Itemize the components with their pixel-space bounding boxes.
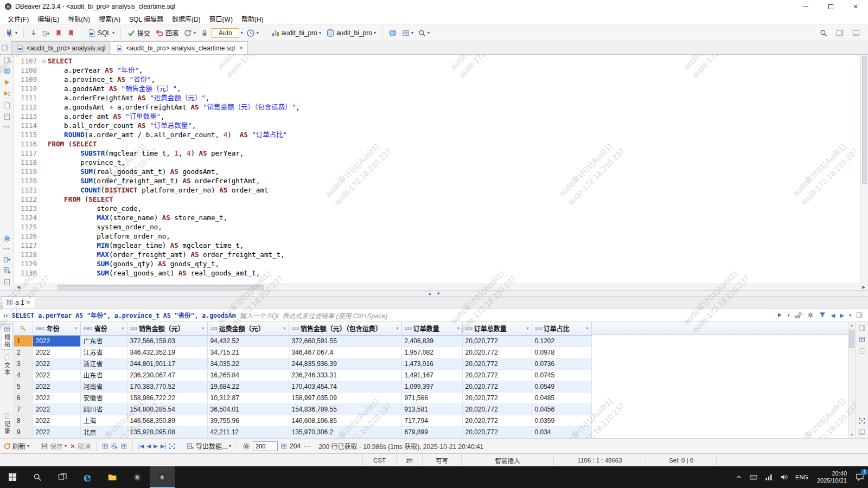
grid-cell[interactable]: 372,660,591.55: [289, 335, 401, 346]
erase-filter-button[interactable]: [795, 311, 802, 319]
row-number[interactable]: 3: [14, 358, 33, 369]
code-text[interactable]: a.goodsAmt + a.orderFreightAmt AS "销售金额（…: [48, 102, 300, 112]
filter-settings-button[interactable]: [807, 312, 814, 318]
edge-button[interactable]: e: [75, 466, 100, 488]
sql-editor[interactable]: 1107⊖SELECT1108 a.perYear AS "年份",1109 a…: [14, 55, 868, 290]
menu-item-edit[interactable]: 编辑(E): [33, 13, 63, 24]
auto-refresh-button[interactable]: ▾: [245, 28, 260, 38]
menu-item-file[interactable]: 文件(F): [3, 13, 33, 24]
overflow-icon[interactable]: ···: [303, 442, 311, 450]
column-header[interactable]: ABC年份▾: [33, 322, 80, 335]
restore-panes-button[interactable]: [2, 44, 8, 51]
grid-cell[interactable]: 0.0359: [532, 415, 591, 426]
grid-cell[interactable]: 679,899: [401, 426, 462, 438]
arrow-down-button[interactable]: [28, 28, 39, 38]
grid-cell[interactable]: 971,566: [401, 392, 462, 403]
code-text[interactable]: FROM (SELECT: [48, 195, 113, 204]
menu-item-navigate[interactable]: 导航(N): [63, 13, 94, 24]
code-text[interactable]: SELECT: [48, 56, 72, 66]
row-number[interactable]: 6: [14, 392, 33, 403]
code-text[interactable]: a.order_amt AS "订单数量",: [48, 112, 165, 121]
grid-cell[interactable]: 2022: [33, 381, 80, 392]
quick-search-button[interactable]: [818, 28, 829, 38]
editor-tab[interactable]: <audit_bi_pro> analysis_cleartime.sql×: [111, 41, 248, 54]
maximize-button[interactable]: [818, 0, 843, 13]
grid-cell[interactable]: 1,473,016: [401, 358, 462, 369]
grid-cell[interactable]: 154,800,285.54: [127, 403, 207, 415]
column-filter-icon[interactable]: ▾: [202, 326, 204, 331]
grid-cell[interactable]: 河南省: [80, 381, 127, 392]
grid-cell[interactable]: 913,581: [401, 403, 462, 415]
grid-cell[interactable]: 0.0485: [532, 392, 591, 403]
grid-cell[interactable]: 1,957,082: [401, 346, 462, 358]
touch-keyboard-button[interactable]: [746, 466, 761, 488]
grid-settings-button[interactable]: [242, 442, 250, 450]
import-button[interactable]: [3, 267, 11, 274]
editor-results-splitter[interactable]: ▲ ▼: [0, 290, 868, 297]
grid-cell[interactable]: 江苏省: [80, 346, 127, 358]
grid-cell[interactable]: 2,406,839: [401, 335, 462, 346]
add-row-button[interactable]: [102, 443, 108, 450]
grid-cell[interactable]: 20,020,772: [462, 426, 532, 438]
grid-cell[interactable]: 34,035.22: [207, 358, 289, 369]
record-view-tab[interactable]: 记录: [2, 412, 12, 436]
grid-cell[interactable]: 0.0549: [532, 381, 591, 392]
scroll-down-icon[interactable]: ▼: [848, 432, 855, 438]
editor-horizontal-scrollbar[interactable]: ◀ ▶: [14, 284, 868, 290]
schema-combo[interactable]: audit_bi_pro ▾: [324, 28, 378, 38]
grid-cell[interactable]: 0.1202: [532, 335, 591, 346]
collapse-down-icon[interactable]: ▼: [436, 291, 441, 296]
grid-cell[interactable]: 安徽省: [80, 392, 127, 403]
collapse-up-icon[interactable]: ▲: [427, 291, 432, 296]
input-language-button[interactable]: ENG: [792, 466, 812, 488]
grid-cell[interactable]: 20,020,772: [462, 392, 532, 403]
panes-button[interactable]: [4, 57, 10, 63]
grid-cell[interactable]: 20,020,772: [462, 358, 532, 369]
grid-cell[interactable]: 四川省: [80, 403, 127, 415]
text-view-tab[interactable]: 文本: [2, 353, 12, 377]
grid-cell[interactable]: 广东省: [80, 335, 127, 346]
grid-cell[interactable]: 19,684.22: [207, 381, 289, 392]
code-text[interactable]: MIN(mgclear_time) AS mgclear_time_t,: [48, 241, 244, 250]
last-row-button[interactable]: ▶|: [161, 443, 166, 449]
transaction-mode-button[interactable]: ▾: [182, 28, 197, 38]
duplicate-row-button[interactable]: [111, 443, 118, 450]
connection-indicator[interactable]: [3, 67, 11, 75]
grid-vertical-scrollbar[interactable]: ▲ ▼: [848, 322, 855, 438]
taskbar-search-button[interactable]: [25, 466, 50, 488]
network-button[interactable]: [761, 466, 776, 488]
code-text[interactable]: a.orderFreightAmt AS "运费金额（元）",: [48, 93, 209, 102]
row-number[interactable]: 1: [14, 335, 33, 346]
scroll-up-icon[interactable]: ▲: [848, 322, 855, 329]
grid-cell[interactable]: 2022: [33, 426, 80, 438]
grid-cell[interactable]: 1,491,167: [401, 369, 462, 381]
search-button[interactable]: ▾: [417, 28, 431, 38]
grid-corner-cell[interactable]: [14, 322, 33, 335]
metadata-panel-button[interactable]: [859, 348, 865, 354]
tab-close-icon[interactable]: ×: [239, 44, 243, 52]
value-panel-button[interactable]: [859, 325, 865, 331]
grid-cell[interactable]: 20,020,772: [462, 381, 532, 392]
minimize-button[interactable]: [793, 0, 818, 13]
grid-cell[interactable]: 2022: [33, 392, 80, 403]
column-filter-icon[interactable]: ▾: [457, 326, 459, 331]
aggregate-panel-button[interactable]: [859, 336, 865, 343]
row-count-button[interactable]: [280, 443, 287, 450]
copy-button[interactable]: [3, 278, 11, 286]
column-header[interactable]: 123订单总数量▾: [462, 322, 532, 335]
grid-cell[interactable]: 717,794: [401, 415, 462, 426]
apply-filter-button[interactable]: [776, 312, 783, 318]
explain-plan-button[interactable]: [3, 101, 11, 109]
previous-row-button[interactable]: ◀: [146, 443, 151, 449]
column-header[interactable]: 123订单数量▾: [401, 322, 462, 335]
lock-button[interactable]: [199, 28, 210, 38]
grid-cell[interactable]: 2022: [33, 403, 80, 415]
grid-cell[interactable]: 20,020,772: [462, 403, 532, 415]
grid-cell[interactable]: 146,608,106.85: [289, 415, 401, 426]
right-panel-button[interactable]: [834, 28, 845, 38]
grid-cell[interactable]: 36,504.01: [207, 403, 289, 415]
filter-input-placeholder[interactable]: 输入一个 SQL 表达式来过滤结果 (使用 Ctrl+Space): [240, 311, 388, 320]
menu-item-help[interactable]: 帮助(H): [237, 13, 268, 24]
chevron-down-icon[interactable]: ▾: [241, 30, 243, 35]
history-back-button[interactable]: ◀: [831, 312, 835, 318]
